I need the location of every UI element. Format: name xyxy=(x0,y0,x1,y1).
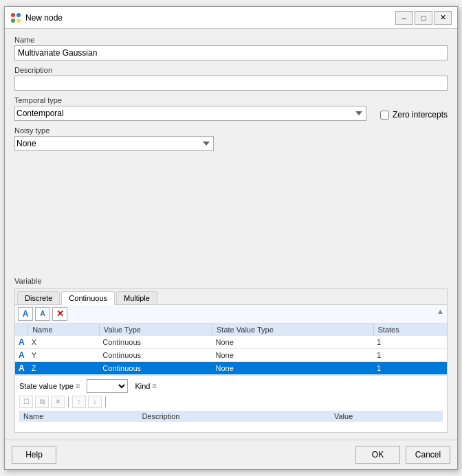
tab-continuous[interactable]: Continuous xyxy=(61,291,115,305)
title-bar: New node – □ ✕ xyxy=(5,7,457,29)
app-icon xyxy=(10,12,21,23)
variable-section-label: Variable xyxy=(14,277,448,285)
row-icon: A xyxy=(19,337,25,347)
kind-label: Kind = xyxy=(135,382,157,390)
state-value-select[interactable] xyxy=(87,379,128,393)
state-delete-button[interactable]: ✕ xyxy=(51,396,65,408)
col-icon xyxy=(15,324,28,336)
ok-button[interactable]: OK xyxy=(355,446,400,464)
description-input[interactable] xyxy=(14,76,448,91)
minimize-button[interactable]: – xyxy=(395,11,413,25)
main-window: New node – □ ✕ Name Description Temporal… xyxy=(4,6,458,470)
state-sub-table: Name Description Value xyxy=(19,411,443,422)
state-add-checkbox[interactable]: ☐ xyxy=(19,396,33,408)
row-state-value-type: None xyxy=(212,336,374,349)
zero-intercepts-checkbox[interactable] xyxy=(380,111,389,120)
svg-point-0 xyxy=(11,13,15,17)
state-value-row: State value type = Kind = xyxy=(19,379,443,393)
row-icon: A xyxy=(19,363,25,373)
form-content: Name Description Temporal type Contempor… xyxy=(5,29,457,440)
svg-point-2 xyxy=(11,19,15,23)
row-value-type: Continuous xyxy=(99,361,212,374)
row-value-type: Continuous xyxy=(99,348,212,361)
tab-multiple[interactable]: Multiple xyxy=(116,291,157,304)
noisy-group: Noisy type None Additive Multiplicative xyxy=(14,126,448,270)
maximize-button[interactable]: □ xyxy=(415,11,432,25)
row-state-value-type: None xyxy=(212,361,374,374)
state-value-label: State value type = xyxy=(19,382,80,390)
table-row[interactable]: A Y Continuous None 1 xyxy=(15,348,447,361)
zero-intercepts-group: Zero intercepts xyxy=(380,110,448,120)
window-title: New node xyxy=(25,13,395,23)
row-name: X xyxy=(28,336,100,349)
state-section: State value type = Kind = ☐ ⧉ ✕ ↑ ↓ xyxy=(15,375,447,425)
row-icon: A xyxy=(19,350,25,360)
row-state-value-type: None xyxy=(212,348,374,361)
col-name: Name xyxy=(28,324,100,336)
table-row-selected[interactable]: A Z Continuous None 1 xyxy=(15,361,447,374)
name-input[interactable] xyxy=(14,45,448,60)
state-toolbar: ☐ ⧉ ✕ ↑ ↓ xyxy=(19,396,443,408)
sub-col-description: Description xyxy=(138,411,330,422)
toolbar-separator-2 xyxy=(105,396,106,407)
description-label: Description xyxy=(14,66,448,74)
variable-section: Discrete Continuous Multiple A A ✕ ▲ xyxy=(14,288,448,433)
row-states: 1 xyxy=(373,348,447,361)
add-lowercase-button[interactable]: A xyxy=(35,307,50,321)
noisy-select[interactable]: None Additive Multiplicative xyxy=(14,136,214,151)
footer-bar: Help OK Cancel xyxy=(5,440,457,469)
help-button[interactable]: Help xyxy=(12,446,56,464)
tab-bar: Discrete Continuous Multiple xyxy=(15,289,447,305)
state-up-button[interactable]: ↑ xyxy=(72,396,86,408)
noisy-label: Noisy type xyxy=(14,126,448,135)
col-state-value-type: State Value Type xyxy=(212,324,374,336)
row-value-type: Continuous xyxy=(99,336,212,349)
row-states: 1 xyxy=(373,336,447,349)
variable-toolbar: A A ✕ ▲ xyxy=(15,305,447,324)
row-name: Z xyxy=(28,361,100,374)
svg-point-1 xyxy=(16,13,21,17)
temporal-row: Temporal type Contemporal Dynamic Zero i… xyxy=(14,96,448,121)
svg-point-3 xyxy=(16,19,21,23)
window-controls: – □ ✕ xyxy=(395,11,452,25)
temporal-group: Temporal type Contemporal Dynamic xyxy=(14,96,366,121)
cancel-button[interactable]: Cancel xyxy=(406,446,450,464)
table-row[interactable]: A X Continuous None 1 xyxy=(15,336,447,349)
temporal-label: Temporal type xyxy=(14,96,366,104)
temporal-select[interactable]: Contemporal Dynamic xyxy=(14,106,366,121)
variable-table: Name Value Type State Value Type States … xyxy=(15,324,447,375)
name-label: Name xyxy=(14,36,448,44)
zero-intercepts-label: Zero intercepts xyxy=(393,110,448,120)
state-down-button[interactable]: ↓ xyxy=(88,396,102,408)
state-copy-button[interactable]: ⧉ xyxy=(35,396,49,408)
toolbar-separator xyxy=(68,396,69,407)
variable-table-wrap: Name Value Type State Value Type States … xyxy=(15,324,447,375)
sub-col-name: Name xyxy=(19,411,138,422)
row-states: 1 xyxy=(373,361,447,374)
row-name: Y xyxy=(28,348,100,361)
close-button[interactable]: ✕ xyxy=(434,11,452,25)
sub-col-value: Value xyxy=(330,411,443,422)
delete-variable-button[interactable]: ✕ xyxy=(52,307,67,321)
scroll-up-icon: ▲ xyxy=(437,307,444,315)
tab-discrete[interactable]: Discrete xyxy=(17,291,60,304)
col-states: States xyxy=(373,324,447,336)
footer-actions: OK Cancel xyxy=(355,446,450,464)
col-value-type: Value Type xyxy=(99,324,212,336)
add-uppercase-button[interactable]: A xyxy=(18,307,33,321)
